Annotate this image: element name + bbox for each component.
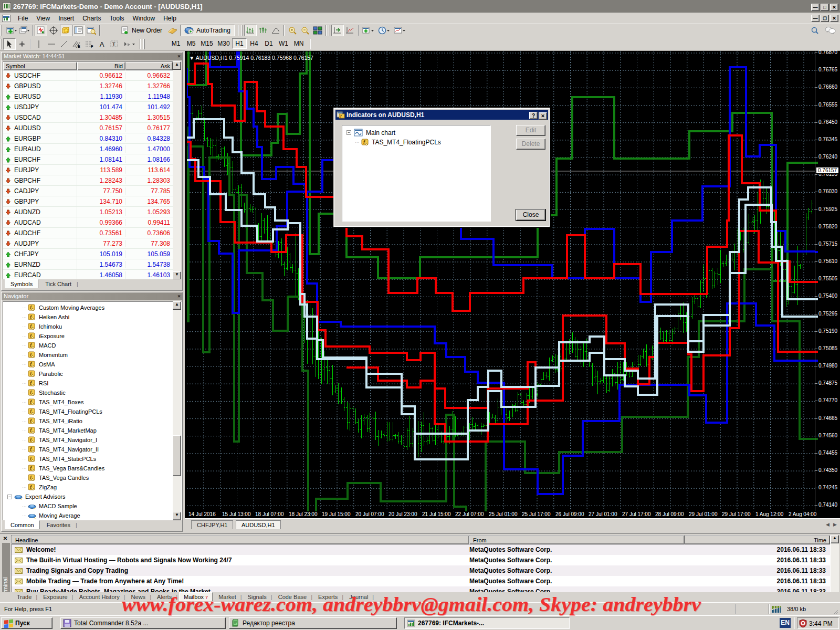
svg-text:F: F [91,45,93,48]
svg-text:E: E [78,45,80,48]
svg-text:T: T [112,41,116,47]
